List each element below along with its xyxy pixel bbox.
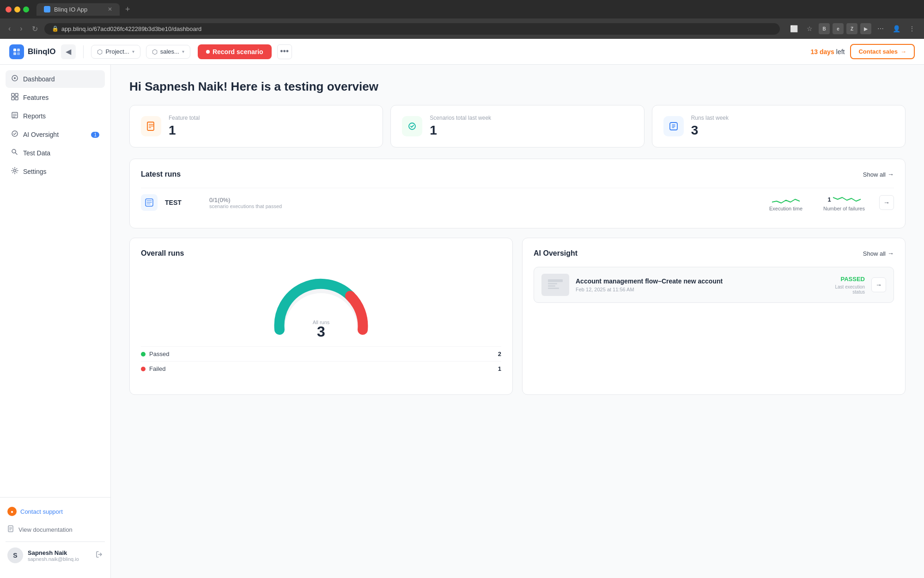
sidebar-item-features[interactable]: Features: [6, 89, 105, 106]
sidebar-item-ai-oversight[interactable]: AI Oversight 1: [6, 126, 105, 143]
latest-runs-section: Latest runs Show all → TEST: [129, 159, 906, 228]
main-content: Hi Sapnesh Naik! Here is a testing overv…: [111, 65, 924, 578]
legend-failed-left: Failed: [141, 365, 165, 372]
extension-1[interactable]: B: [819, 23, 830, 34]
tab-favicon: [44, 6, 50, 12]
runs-stat-value: 3: [691, 123, 729, 138]
runs-stat-info: Runs last week 3: [691, 115, 729, 138]
passed-label: Passed: [149, 350, 169, 357]
back-button[interactable]: ‹: [6, 23, 13, 35]
latest-runs-header: Latest runs Show all →: [141, 170, 894, 178]
logo-icon: [9, 44, 24, 59]
ai-oversight-title: AI Oversight: [534, 249, 578, 258]
scenarios-stat-icon: [402, 116, 422, 136]
oversight-passed-badge: PASSED: [841, 276, 865, 283]
failures-count: 1: [827, 196, 831, 203]
test-data-icon: [11, 148, 18, 158]
topbar-right: 13 days left Contact sales →: [811, 44, 915, 59]
latest-runs-title: Latest runs: [141, 170, 181, 178]
svg-rect-8: [12, 97, 14, 100]
close-window-button[interactable]: [6, 6, 12, 12]
browser-extensions: ⬜ ☆ B e Z ▶ ⋯ 👤 ⋮: [787, 22, 918, 35]
features-icon: [11, 93, 18, 102]
project-icon: ⬡: [97, 48, 103, 55]
forward-button[interactable]: ›: [17, 23, 25, 35]
browser-tab[interactable]: Blinq IO App ✕: [36, 3, 120, 16]
extension-2[interactable]: e: [833, 23, 844, 34]
overall-runs-section: Overall runs All runs 3: [129, 238, 513, 395]
gauge-chart: All runs 3: [266, 274, 377, 339]
scenarios-stat-info: Scenarios total last week 1: [430, 115, 491, 138]
minimize-window-button[interactable]: [14, 6, 20, 12]
contact-sales-button[interactable]: Contact sales →: [850, 44, 915, 59]
record-scenario-button[interactable]: Record scenario: [198, 44, 272, 59]
profile-icon[interactable]: 👤: [890, 22, 903, 35]
logout-button[interactable]: [96, 551, 103, 560]
oversight-info: Account management flow–Create new accou…: [576, 277, 829, 292]
view-docs-link[interactable]: View documentation: [6, 522, 105, 538]
feature-stat-value: 1: [169, 123, 200, 138]
more-extensions-icon[interactable]: ⋯: [874, 22, 887, 35]
latest-runs-show-all-button[interactable]: Show all →: [863, 171, 894, 178]
project-label: Project...: [105, 48, 129, 55]
feature-stat-icon: [141, 116, 161, 136]
contact-support-link[interactable]: ● Contact support: [6, 503, 105, 520]
sidebar-toggle-button[interactable]: ◀: [61, 44, 76, 59]
svg-rect-32: [548, 279, 563, 282]
runs-stat-label: Runs last week: [691, 115, 729, 121]
app-body: Dashboard Features: [0, 65, 924, 578]
app-topbar: BlinqIO ◀ ⬡ Project... ▾ ⬡ sales... ▾ Re…: [0, 39, 924, 65]
cast-icon[interactable]: ⬜: [787, 22, 800, 35]
user-avatar: S: [7, 547, 23, 563]
run-executions-count: 0/1(0%): [209, 197, 755, 203]
bookmark-icon[interactable]: ☆: [803, 22, 816, 35]
run-navigate-button[interactable]: →: [879, 195, 894, 210]
sidebar-item-reports[interactable]: Reports: [6, 107, 105, 125]
extension-3[interactable]: Z: [846, 23, 857, 34]
scenarios-stat-label: Scenarios total last week: [430, 115, 491, 121]
record-label: Record scenario: [213, 48, 263, 55]
reports-icon: [11, 111, 18, 121]
execution-time-sparkline: [772, 194, 800, 205]
sidebar-toggle-icon: ◀: [66, 47, 71, 56]
run-failures-area: 1 Number of failures: [816, 194, 872, 211]
reload-button[interactable]: ↻: [29, 23, 41, 35]
show-all-label: Show all: [863, 171, 886, 178]
overall-runs-title: Overall runs: [141, 249, 184, 258]
contact-support-label: Contact support: [20, 508, 63, 515]
maximize-window-button[interactable]: [23, 6, 29, 12]
sidebar-item-label: AI Oversight: [23, 131, 59, 138]
sidebar-item-settings[interactable]: Settings: [6, 163, 105, 180]
ai-oversight-show-all-button[interactable]: Show all →: [863, 250, 894, 257]
failures-label: Number of failures: [823, 206, 865, 211]
svg-rect-2: [13, 52, 16, 55]
project-selector[interactable]: ⬡ Project... ▾: [91, 45, 140, 59]
contact-sales-label: Contact sales: [858, 48, 898, 55]
svg-rect-33: [548, 283, 557, 284]
user-info: Sapnesh Naik sapnesh.naik@blinq.io: [28, 549, 91, 562]
sales-selector[interactable]: ⬡ sales... ▾: [146, 45, 190, 59]
ai-oversight-section: AI Oversight Show all →: [522, 238, 906, 395]
run-icon: [141, 194, 158, 211]
svg-point-17: [14, 170, 16, 172]
stats-row: Feature total 1 Scenarios total last wee…: [129, 105, 906, 148]
execution-time-label: Execution time: [769, 206, 802, 211]
new-tab-button[interactable]: +: [125, 5, 130, 14]
svg-rect-6: [12, 93, 14, 96]
run-execution-info: 0/1(0%) scenario executions that passed: [209, 197, 755, 209]
svg-rect-35: [548, 288, 559, 289]
view-docs-label: View documentation: [18, 526, 73, 533]
docs-icon: [7, 525, 15, 534]
scenarios-stat-value: 1: [430, 123, 491, 138]
menu-icon[interactable]: ⋮: [906, 22, 918, 35]
extension-4[interactable]: ▶: [860, 23, 871, 34]
sidebar-item-dashboard[interactable]: Dashboard: [6, 70, 105, 88]
oversight-navigate-button[interactable]: →: [871, 277, 886, 292]
sidebar-item-test-data[interactable]: Test Data: [6, 144, 105, 162]
tab-close-icon[interactable]: ✕: [108, 6, 112, 12]
address-bar[interactable]: 🔒 app.blinq.io/67acd026fc422289b3d3be10/…: [44, 23, 780, 35]
more-options-button[interactable]: •••: [277, 44, 292, 59]
sidebar-nav: Dashboard Features: [0, 70, 110, 497]
bottom-row: Overall runs All runs 3: [129, 238, 906, 404]
page-greeting: Hi Sapnesh Naik! Here is a testing overv…: [129, 80, 906, 94]
